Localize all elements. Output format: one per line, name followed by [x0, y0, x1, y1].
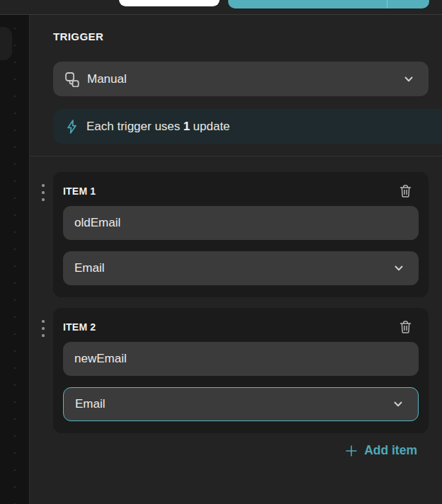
item-type-value: Email — [74, 261, 105, 275]
trigger-type-value: Manual — [87, 72, 127, 86]
drag-handle-icon[interactable] — [39, 320, 47, 337]
trash-icon[interactable] — [399, 184, 412, 198]
notice-count: 1 — [183, 120, 190, 133]
canvas-partial-element — [0, 27, 12, 60]
add-item-label: Add item — [364, 443, 417, 458]
toolbar-secondary-button[interactable] — [119, 0, 220, 6]
workflow-editor-screen: TRIGGER Manual — [0, 0, 442, 504]
trigger-type-select[interactable]: Manual — [53, 62, 429, 96]
item-type-select[interactable]: Email — [63, 251, 419, 285]
item-type-select-focused[interactable]: Email — [63, 387, 419, 421]
item-card-1: ITEM 1 Email — [53, 172, 429, 297]
item-title: ITEM 2 — [63, 321, 96, 333]
settings-panel: TRIGGER Manual — [30, 14, 442, 504]
trigger-section-label: TRIGGER — [53, 30, 103, 42]
notice-text: Each trigger uses1update — [86, 120, 230, 134]
workflow-canvas[interactable] — [0, 14, 30, 504]
item-title: ITEM 1 — [63, 185, 96, 197]
lightning-icon — [64, 119, 79, 134]
section-divider — [30, 156, 442, 156]
add-item-button[interactable]: Add item — [345, 443, 417, 458]
item-card-header: ITEM 1 — [63, 183, 419, 198]
item-type-value: Email — [75, 397, 106, 411]
drag-handle-icon[interactable] — [39, 184, 47, 201]
trash-icon[interactable] — [399, 320, 412, 334]
primary-button-split-divider — [387, 0, 387, 8]
chevron-down-icon — [393, 263, 404, 274]
plus-icon — [345, 445, 358, 457]
workflow-nodes-icon — [64, 71, 80, 87]
chevron-down-icon — [392, 399, 404, 410]
trigger-usage-notice: Each trigger uses1update — [53, 109, 442, 144]
item-name-input[interactable] — [63, 206, 419, 240]
chevron-down-icon — [403, 74, 414, 85]
top-toolbar — [0, 0, 442, 15]
item-card-header: ITEM 2 — [63, 319, 419, 334]
item-card-2: ITEM 2 Email — [53, 308, 429, 433]
item-name-input[interactable] — [63, 342, 419, 376]
toolbar-primary-button[interactable] — [228, 0, 429, 8]
